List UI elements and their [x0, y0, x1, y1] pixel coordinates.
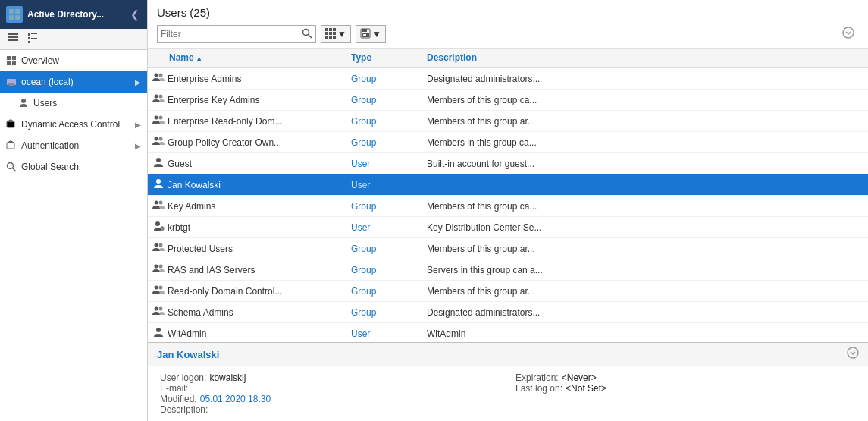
main-header: Users (25) ▼ ▼ — [148, 0, 868, 49]
sidebar-item-auth-label: Authentication — [21, 140, 135, 151]
table-row[interactable]: GuestUserBuilt-in account for guest... — [148, 153, 868, 174]
svg-point-49 — [159, 116, 163, 120]
sidebar-header: Active Directory... ❮ — [0, 0, 147, 29]
table-row[interactable]: Protected UsersGroupMembers of this grou… — [148, 238, 868, 259]
sidebar-item-dynamic-access-control[interactable]: Dynamic Access Control ▶ — [0, 114, 147, 135]
svg-rect-8 — [31, 33, 37, 34]
row-user-icon — [152, 262, 165, 277]
detail-body: User logon: kowalskij E-mail: Modified: … — [148, 366, 868, 421]
detail-row-email: E-mail: — [160, 383, 500, 394]
svg-point-45 — [159, 74, 163, 77]
svg-rect-38 — [333, 36, 336, 39]
svg-rect-30 — [325, 28, 328, 31]
svg-rect-13 — [7, 56, 11, 60]
table-row[interactable]: Jan KowalskiUser — [148, 174, 868, 196]
cell-description: Members in this group ca... — [421, 132, 868, 153]
cell-type: Group — [345, 68, 421, 90]
app-icon — [6, 6, 23, 23]
cell-description: Designated administrators... — [421, 302, 868, 323]
svg-rect-35 — [333, 32, 336, 35]
sidebar-item-dac-label: Dynamic Access Control — [21, 119, 135, 130]
cell-name: WitAdmin — [148, 323, 345, 343]
row-user-icon — [152, 220, 165, 234]
svg-rect-18 — [8, 83, 14, 85]
table-row[interactable]: WitAdminUserWitAdmin — [148, 323, 868, 343]
svg-rect-31 — [329, 28, 332, 31]
svg-rect-2 — [9, 15, 14, 20]
sidebar-item-overview[interactable]: Overview — [0, 50, 147, 71]
sidebar-item-ocean-local[interactable]: ocean (local) ▶ — [0, 71, 147, 93]
detail-row-expiration: Expiration: <Never> — [515, 372, 856, 383]
cell-type: Group — [345, 196, 421, 217]
sidebar-toolbar-list-icon[interactable] — [5, 31, 21, 47]
cell-type: User — [345, 153, 421, 174]
table-header: Name Type Description — [148, 49, 868, 68]
svg-point-26 — [8, 163, 14, 169]
sidebar-toolbar-tree-icon[interactable] — [24, 31, 41, 47]
sidebar-item-authentication[interactable]: Authentication ▶ — [0, 135, 147, 156]
detail-label-modified: Modified: — [160, 394, 197, 404]
table-row[interactable]: Schema AdminsGroupDesignated administrat… — [148, 302, 868, 323]
svg-point-60 — [159, 243, 163, 247]
svg-point-28 — [303, 29, 309, 35]
svg-point-47 — [159, 95, 163, 99]
svg-point-44 — [155, 74, 158, 77]
save-button[interactable]: ▼ — [356, 25, 386, 43]
svg-rect-3 — [15, 15, 20, 20]
detail-label-description: Description: — [160, 404, 208, 415]
row-user-icon — [152, 241, 165, 256]
filter-input[interactable] — [161, 29, 302, 39]
cell-description: Built-in account for guest... — [421, 153, 868, 174]
col-header-type[interactable]: Type — [345, 49, 421, 68]
cell-type: Group — [345, 132, 421, 153]
dac-expand-arrow: ▶ — [135, 121, 141, 129]
table-row[interactable]: RAS and IAS ServersGroupServers in this … — [148, 259, 868, 281]
view-toggle-button[interactable]: ▼ — [321, 25, 351, 43]
cell-type: Group — [345, 90, 421, 111]
cell-type: User — [345, 217, 421, 238]
table-body: Enterprise AdminsGroupDesignated adminis… — [148, 68, 868, 342]
detail-row-description: Description: — [160, 404, 500, 415]
cell-type: Group — [345, 259, 421, 281]
table-row[interactable]: Group Policy Creator Own...GroupMembers … — [148, 132, 868, 153]
cell-name: Schema Admins — [148, 302, 345, 323]
svg-rect-15 — [7, 61, 11, 65]
svg-rect-1 — [15, 9, 20, 14]
row-user-icon — [152, 326, 165, 341]
col-header-name[interactable]: Name — [148, 49, 345, 68]
table-row[interactable]: Enterprise Key AdminsGroupMembers of thi… — [148, 90, 868, 111]
sidebar-item-global-search-label: Global Search — [21, 162, 141, 172]
svg-point-51 — [159, 137, 163, 141]
svg-point-59 — [155, 243, 158, 247]
detail-row-lastlogon: Last log on: <Not Set> — [515, 383, 856, 394]
sidebar-item-global-search[interactable]: Global Search — [0, 156, 147, 178]
svg-point-56 — [155, 221, 160, 226]
svg-point-62 — [159, 265, 163, 269]
svg-rect-40 — [362, 29, 367, 32]
cell-type: Group — [345, 238, 421, 259]
cell-type: User — [345, 174, 421, 196]
sidebar-collapse-button[interactable]: ❮ — [129, 7, 141, 22]
col-header-description[interactable]: Description — [421, 49, 868, 68]
svg-rect-11 — [28, 41, 30, 43]
table-row[interactable]: krbtgtUserKey Distribution Center Se... — [148, 217, 868, 238]
table-row[interactable]: Read-only Domain Control...GroupMembers … — [148, 281, 868, 302]
table-row[interactable]: Enterprise AdminsGroupDesignated adminis… — [148, 68, 868, 90]
ocean-local-icon — [6, 77, 17, 87]
cell-description — [421, 174, 868, 196]
svg-rect-36 — [325, 36, 328, 39]
cell-description: Designated administrators... — [421, 68, 868, 90]
detail-label-logon: User logon: — [160, 372, 206, 383]
panel-expand-button[interactable] — [838, 25, 859, 43]
save-dropdown-arrow: ▼ — [372, 29, 381, 39]
detail-collapse-button[interactable] — [847, 347, 859, 362]
svg-rect-0 — [9, 9, 14, 14]
sidebar-item-users[interactable]: Users — [0, 93, 147, 114]
svg-point-63 — [155, 286, 158, 290]
table-row[interactable]: Enterprise Read-only Dom...GroupMembers … — [148, 111, 868, 132]
table-row[interactable]: Key AdminsGroupMembers of this group ca.… — [148, 196, 868, 217]
row-user-icon — [152, 284, 165, 298]
detail-fields-left: User logon: kowalskij E-mail: Modified: … — [160, 372, 500, 415]
filter-search-icon — [302, 28, 312, 41]
users-icon — [18, 98, 29, 108]
